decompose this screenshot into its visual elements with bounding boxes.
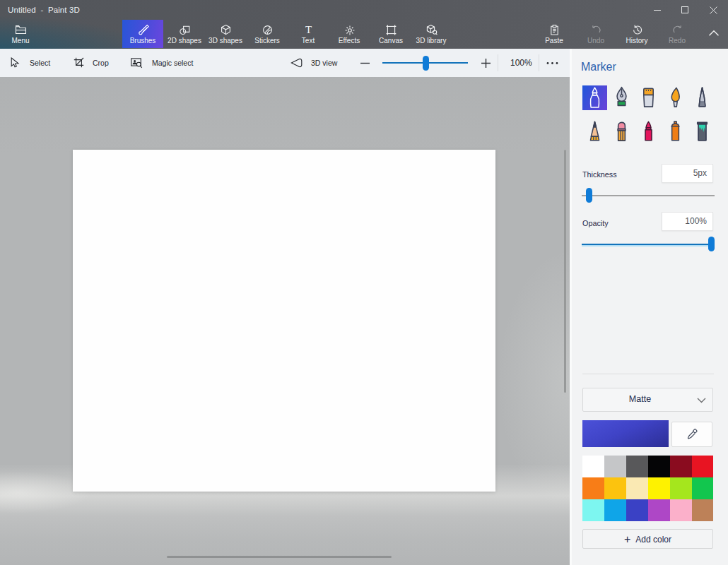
svg-text:T: T: [305, 24, 311, 35]
